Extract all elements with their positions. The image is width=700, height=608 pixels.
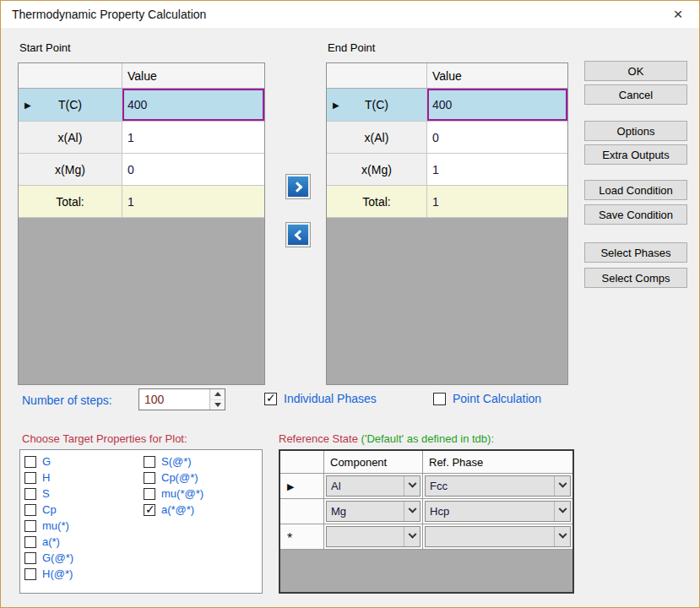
point-calculation-option: ✓ Point Calculation xyxy=(433,392,541,405)
ok-button[interactable]: OK xyxy=(584,61,687,81)
close-button[interactable]: × xyxy=(662,3,694,25)
end-row-label-total: Total: xyxy=(327,186,427,217)
property-label: Cp xyxy=(42,503,57,516)
property-checkbox-s-at[interactable]: ✓ xyxy=(144,456,155,468)
options-button[interactable]: Options xyxy=(584,121,687,141)
phase-combobox-new[interactable] xyxy=(425,526,571,547)
phase-combobox-fcc[interactable]: Fcc xyxy=(425,475,571,497)
start-row-label-xmg[interactable]: x(Mg) xyxy=(19,154,122,185)
table-row: x(Mg) 1 xyxy=(327,153,567,185)
number-of-steps-value[interactable]: 100 xyxy=(139,389,209,410)
end-row-label-tc[interactable]: ▶ T(C) xyxy=(327,89,427,121)
start-value-cell-xmg[interactable]: 0 xyxy=(122,154,264,185)
reference-header-corner xyxy=(280,451,324,473)
property-option-g: ✓ G xyxy=(24,453,73,470)
component-cell xyxy=(324,524,423,549)
property-checkbox-s[interactable]: ✓ xyxy=(24,488,36,500)
combobox-dropdown-button[interactable] xyxy=(554,502,570,521)
copy-to-start-button[interactable] xyxy=(285,222,311,247)
property-label: mu(*) xyxy=(42,519,69,532)
combobox-dropdown-button[interactable] xyxy=(404,527,420,546)
property-label: mu(*@*) xyxy=(161,487,203,500)
spinner-down-button[interactable] xyxy=(210,400,225,410)
property-label: S(@*) xyxy=(161,455,192,468)
transfer-left-icon xyxy=(288,225,308,245)
property-checkbox-g-at[interactable]: ✓ xyxy=(24,552,36,564)
select-phases-button[interactable]: Select Phases xyxy=(584,242,687,263)
property-label: a(*@*) xyxy=(161,503,194,516)
end-row-label-xal[interactable]: x(Al) xyxy=(327,122,427,153)
check-icon: ✓ xyxy=(266,391,276,404)
start-table-empty-area xyxy=(19,217,264,384)
down-arrow-icon xyxy=(214,403,221,407)
property-option-a: ✓ a(*) xyxy=(24,534,73,550)
combobox-dropdown-button[interactable] xyxy=(554,476,570,496)
component-combobox-mg[interactable]: Mg xyxy=(326,501,421,522)
property-option-s-at: ✓ S(@*) xyxy=(144,453,203,470)
property-checkbox-mu-at[interactable]: ✓ xyxy=(144,488,155,500)
reference-state-title-red: Reference State xyxy=(279,432,358,445)
property-checkbox-a-at[interactable]: ✓ xyxy=(144,504,155,516)
close-icon: × xyxy=(673,5,682,24)
ref-phase-column-header: Ref. Phase xyxy=(423,451,572,473)
reference-row-al: ▶ Al Fcc xyxy=(280,474,572,499)
combobox-dropdown-button[interactable] xyxy=(404,476,420,496)
property-checkbox-a[interactable]: ✓ xyxy=(24,536,36,548)
row-name: x(Mg) xyxy=(55,163,85,176)
component-combobox-new[interactable] xyxy=(326,526,421,547)
reference-row-header[interactable]: ▶ xyxy=(280,474,324,498)
extra-outputs-button[interactable]: Extra Outputs xyxy=(584,144,687,165)
end-row-label-xmg[interactable]: x(Mg) xyxy=(327,154,427,185)
combobox-dropdown-button[interactable] xyxy=(554,527,570,546)
reference-table-header: Component Ref. Phase xyxy=(280,451,572,474)
property-checkbox-g[interactable]: ✓ xyxy=(24,456,36,468)
cancel-button[interactable]: Cancel xyxy=(584,84,687,105)
phase-combobox-hcp[interactable]: Hcp xyxy=(425,501,571,522)
copy-to-end-button[interactable] xyxy=(285,174,311,199)
reference-row-mg: Mg Hcp xyxy=(280,499,572,524)
component-cell: Al xyxy=(324,474,423,498)
start-value-cell-xal[interactable]: 1 xyxy=(122,122,264,153)
property-option-mu: ✓ mu(*) xyxy=(24,518,73,534)
property-label: H xyxy=(42,471,50,484)
property-label: a(*) xyxy=(42,535,60,548)
property-option-g-at: ✓ G(@*) xyxy=(24,550,73,566)
point-calculation-checkbox[interactable]: ✓ xyxy=(433,393,446,405)
select-comps-button[interactable]: Select Comps xyxy=(584,268,687,288)
property-checkbox-cp[interactable]: ✓ xyxy=(24,504,36,516)
property-option-mu-at: ✓ mu(*@*) xyxy=(144,486,203,502)
property-option-s: ✓ S xyxy=(24,486,73,502)
start-point-table: Value ▶ T(C) 400 x(Al) 1 x(Mg) 0 Total: xyxy=(18,62,265,385)
ref-phase-cell: Hcp xyxy=(423,499,572,524)
new-row-icon: * xyxy=(287,531,292,546)
reference-row-header[interactable]: * xyxy=(280,524,324,549)
table-row: x(Mg) 0 xyxy=(19,153,264,185)
properties-column-2: ✓ S(@*) ✓ Cp(@*) ✓ mu(*@*) ✓ a(*@*) xyxy=(144,453,203,518)
end-value-cell-xal[interactable]: 0 xyxy=(427,122,567,153)
spinner-up-button[interactable] xyxy=(210,389,225,400)
load-condition-button[interactable]: Load Condition xyxy=(584,180,687,200)
number-of-steps-stepper[interactable]: 100 xyxy=(138,388,225,410)
property-checkbox-mu[interactable]: ✓ xyxy=(24,520,36,532)
end-point-label: End Point xyxy=(328,41,375,54)
property-checkbox-h[interactable]: ✓ xyxy=(24,472,36,484)
combobox-dropdown-button[interactable] xyxy=(404,502,420,521)
start-table-header: Value xyxy=(19,63,264,89)
property-label: S xyxy=(42,487,50,500)
end-table-empty-area xyxy=(327,217,567,384)
start-row-label-tc[interactable]: ▶ T(C) xyxy=(19,89,122,121)
start-row-label-xal[interactable]: x(Al) xyxy=(19,122,122,153)
component-combobox-al[interactable]: Al xyxy=(326,475,421,497)
table-row-total: Total: 1 xyxy=(327,185,567,217)
individual-phases-checkbox[interactable]: ✓ xyxy=(264,393,277,405)
property-checkbox-cp-at[interactable]: ✓ xyxy=(144,472,155,484)
start-value-cell-tc[interactable]: 400 xyxy=(122,89,264,121)
chevron-down-icon xyxy=(408,530,416,539)
end-value-cell-tc[interactable]: 400 xyxy=(427,89,567,121)
reference-row-header[interactable] xyxy=(280,499,324,524)
save-condition-button[interactable]: Save Condition xyxy=(584,204,687,225)
end-header-corner xyxy=(327,63,427,88)
end-value-cell-xmg[interactable]: 1 xyxy=(427,154,567,185)
property-checkbox-h-at[interactable]: ✓ xyxy=(24,568,36,580)
table-row: x(Al) 1 xyxy=(19,121,264,153)
